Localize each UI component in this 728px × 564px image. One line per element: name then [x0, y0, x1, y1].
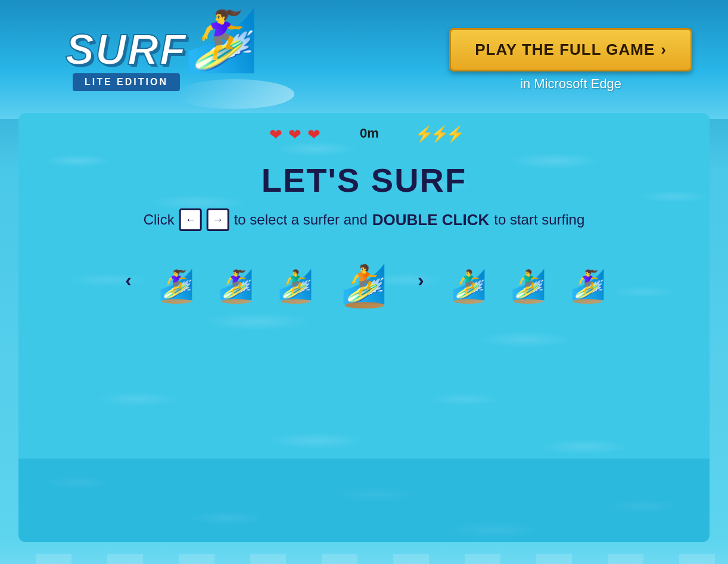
- board-6: [514, 299, 543, 304]
- surfer-option-4-selected[interactable]: 🏄: [339, 251, 389, 309]
- play-full-game-button[interactable]: PLAY THE FULL GAME ›: [449, 28, 692, 71]
- board-1: [161, 299, 191, 304]
- game-title: LET'S SURF: [262, 161, 466, 200]
- header-surfer-icon: 🏄‍♀️: [184, 10, 259, 70]
- below-game-area: [0, 542, 728, 564]
- instructions: Click ← → to select a surfer and DOUBLE …: [144, 208, 585, 231]
- surfer-select: ‹ 🏄‍♀️ 🏄‍♀️ 🏄‍♂️ 🏄: [119, 256, 608, 304]
- wave-splash: [175, 79, 294, 109]
- arrow-right-box[interactable]: →: [207, 208, 229, 231]
- arrow-left-box[interactable]: ←: [179, 208, 202, 231]
- surfer-3-sprite: 🏄‍♂️: [278, 270, 313, 299]
- surfer-option-7[interactable]: 🏄‍♀️: [567, 256, 609, 304]
- surfer-option-2[interactable]: 🏄‍♀️: [215, 256, 257, 304]
- logo-area: SURF LITE EDITION 🏄‍♀️: [66, 28, 187, 91]
- distance-display: 0m: [360, 126, 379, 141]
- instruction-suffix: to start surfing: [494, 211, 584, 228]
- arrow-left-icon: ←: [185, 214, 196, 226]
- board-3: [281, 299, 310, 304]
- double-click-label: DOUBLE CLICK: [372, 211, 489, 229]
- heart-1: ❤: [269, 126, 286, 141]
- surfer-option-5[interactable]: 🏄‍♂️: [448, 256, 490, 304]
- next-surfer-button[interactable]: ›: [412, 263, 430, 297]
- board-7: [573, 299, 603, 304]
- hud: ❤ ❤ ❤ 0m ⚡ ⚡ ⚡: [269, 125, 459, 142]
- play-button-arrow: ›: [661, 40, 667, 59]
- play-button-area: PLAY THE FULL GAME › in Microsoft Edge: [449, 28, 692, 92]
- surfer-option-1[interactable]: 🏄‍♀️: [155, 256, 197, 304]
- instruction-middle: to select a surfer and: [234, 211, 368, 228]
- bolt-2: ⚡: [430, 125, 443, 142]
- bolt-3: ⚡: [446, 125, 459, 142]
- surfer-4-sprite: 🏄: [341, 265, 387, 302]
- arrow-right-icon: →: [213, 214, 223, 226]
- surfer-1-sprite: 🏄‍♀️: [158, 270, 194, 299]
- bolts-display: ⚡ ⚡ ⚡: [415, 125, 459, 142]
- prev-surfer-button[interactable]: ‹: [119, 263, 138, 297]
- play-button-label: PLAY THE FULL GAME: [475, 40, 655, 59]
- wave-pattern-bottom: [0, 554, 728, 564]
- instruction-prefix: Click: [144, 211, 175, 228]
- board-4: [344, 302, 384, 309]
- game-area: ❤ ❤ ❤ 0m ⚡ ⚡ ⚡ LET'S SURF Click ←: [18, 113, 710, 542]
- bottom-water: [18, 459, 710, 542]
- surfer-2-sprite: 🏄‍♀️: [218, 270, 254, 299]
- lite-edition-badge: LITE EDITION: [73, 73, 180, 91]
- bolt-1: ⚡: [415, 125, 428, 142]
- hearts-display: ❤ ❤ ❤: [269, 126, 324, 141]
- surfer-7-sprite: 🏄‍♀️: [570, 270, 606, 299]
- heart-2: ❤: [288, 126, 305, 141]
- surf-logo-text: SURF: [66, 28, 187, 71]
- board-5: [454, 299, 484, 304]
- surfer-option-6[interactable]: 🏄‍♂️: [508, 256, 549, 304]
- surfer-6-sprite: 🏄‍♂️: [511, 270, 546, 299]
- heart-3: ❤: [307, 126, 324, 141]
- surfer-5-sprite: 🏄‍♂️: [451, 270, 487, 299]
- surfer-option-3[interactable]: 🏄‍♂️: [275, 256, 316, 304]
- edge-label: in Microsoft Edge: [520, 76, 621, 92]
- board-2: [221, 299, 251, 304]
